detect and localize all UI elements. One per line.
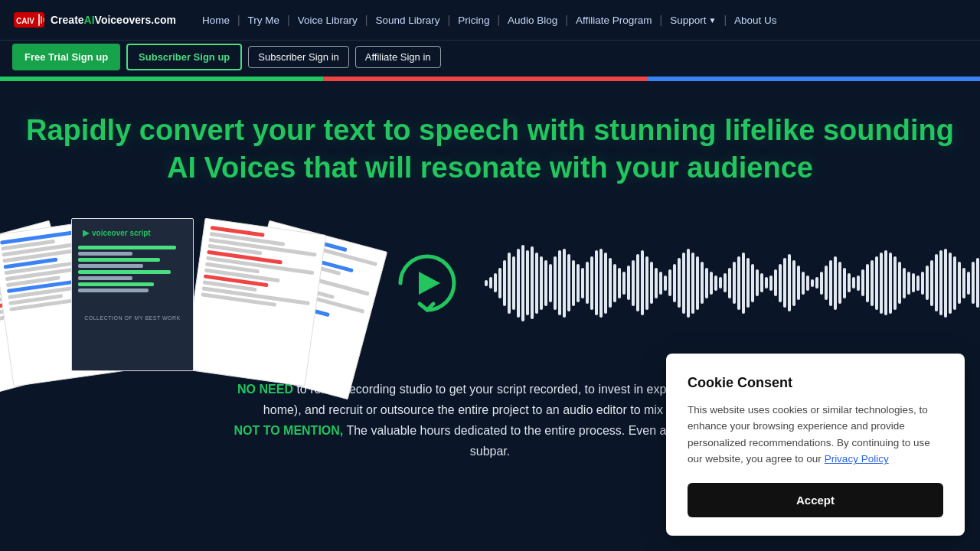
waveform-bar (714, 276, 717, 291)
main-nav: Home | Try Me | Voice Library | Sound Li… (196, 11, 968, 29)
accept-cookie-button[interactable]: Accept (688, 483, 943, 517)
waveform-bar (962, 268, 965, 298)
waveform-bar (815, 277, 818, 289)
waveform-bar (848, 273, 851, 292)
subscriber-signin-button[interactable]: Subscriber Sign in (248, 46, 349, 68)
waveform-bar (517, 249, 520, 318)
waveform-bar (645, 256, 648, 310)
waveform-bar (609, 258, 612, 308)
waveform-bar (769, 276, 773, 291)
waveform-bar (829, 260, 832, 306)
waveform-bar (498, 268, 501, 298)
nav-audio-blog[interactable]: Audio Blog (501, 11, 564, 29)
cookie-body: This website uses cookies or similar tec… (688, 402, 943, 468)
waveform-bar (871, 260, 874, 306)
auth-button-row: Free Trial Sign up Subscriber Sign up Su… (0, 41, 980, 77)
waveform-illustration (485, 237, 980, 329)
svg-text:CAIV: CAIV (16, 17, 34, 25)
waveform-bar (595, 250, 598, 315)
waveform-bar (655, 268, 658, 298)
waveform-bar (719, 277, 722, 289)
waveform-bar (972, 262, 975, 304)
waveform-bar (554, 256, 557, 310)
waveform-bar (774, 269, 777, 296)
svg-marker-5 (419, 272, 440, 295)
waveform-bar (949, 253, 952, 314)
waveform-bar (503, 260, 506, 306)
waveform-bar (604, 253, 607, 314)
waveform-bar (733, 262, 736, 304)
waveform-bar (806, 276, 809, 291)
nav-sound-library[interactable]: Sound Library (369, 11, 446, 29)
waveform-bar (627, 266, 630, 300)
waveform-bar (792, 260, 795, 306)
script-page-3-voiceover: ▶ voiceover script COLLECTION OF MY BEST… (71, 218, 194, 371)
waveform-bar (673, 264, 676, 302)
nav-pricing[interactable]: Pricing (452, 11, 495, 29)
nav-about-us[interactable]: About Us (728, 11, 783, 29)
free-trial-signup-button[interactable]: Free Trial Sign up (12, 44, 120, 70)
nav-home[interactable]: Home (196, 11, 236, 29)
waveform-bar (944, 249, 947, 318)
not-mention-text: NOT TO MENTION, (234, 424, 343, 437)
waveform-bar (549, 264, 552, 302)
waveform-bar (797, 266, 800, 300)
waveform-bar (613, 264, 616, 302)
waveform-bar (898, 262, 901, 304)
waveform-bar (508, 253, 511, 314)
waveform-bar (976, 258, 979, 308)
waveform-bar (599, 249, 603, 318)
nav-affiliate-program[interactable]: Affiliate Program (570, 11, 658, 29)
waveform-bar (526, 250, 529, 315)
waveform-bar (687, 249, 690, 318)
nav-try-me[interactable]: Try Me (242, 11, 286, 29)
waveform-bar (664, 276, 667, 291)
waveform-bar (866, 264, 869, 302)
subscriber-signup-button[interactable]: Subscriber Sign up (126, 44, 242, 70)
waveform-bar (912, 273, 915, 292)
svg-rect-4 (43, 18, 44, 22)
waveform-bar (485, 280, 488, 286)
affiliate-signin-button[interactable]: Affiliate Sign in (355, 46, 441, 68)
waveform-bar (930, 260, 933, 306)
waveform-bar (880, 253, 883, 314)
waveform-bar (512, 256, 515, 310)
logo-text: CreateAIVoiceovers.com (51, 14, 176, 26)
waveform-bar (558, 250, 561, 315)
waveform-bar (659, 272, 662, 295)
waveform-bar (921, 272, 924, 295)
waveform-bar (935, 254, 938, 311)
waveform-bar (724, 273, 727, 292)
waveform-bar (875, 256, 878, 310)
waveform-bar (540, 256, 543, 310)
nav-support[interactable]: Support ▼ (664, 11, 722, 29)
waveform-bar (958, 262, 961, 304)
waveform-bar (696, 256, 699, 310)
waveform-bar (903, 268, 906, 298)
waveform-bar (710, 272, 713, 295)
waveform-bar (742, 253, 745, 314)
waveform-bar (884, 250, 887, 315)
waveform-bar (701, 262, 704, 304)
logo-icon: CAIV (12, 6, 46, 34)
waveform-bar (521, 245, 524, 321)
waveform-bar (779, 264, 782, 302)
waveform-bar (953, 256, 956, 310)
waveform-bar (838, 262, 841, 304)
waveform-bar (581, 268, 584, 298)
waveform-bar (577, 264, 580, 302)
nav-voice-library[interactable]: Voice Library (292, 11, 364, 29)
svg-rect-2 (38, 14, 40, 26)
waveform-bar (544, 260, 547, 306)
privacy-policy-link[interactable]: Privacy Policy (825, 453, 889, 465)
waveform-bar (811, 279, 814, 287)
no-need-text: NO NEED (237, 383, 293, 396)
hero-visuals: ▶ voiceover script COLLECTION OF MY BEST… (15, 218, 965, 348)
waveform-bar (939, 250, 942, 315)
play-circle-icon[interactable] (385, 241, 469, 325)
waveform-bar (907, 272, 910, 295)
waveform-bar (567, 254, 570, 311)
waveform-bar (783, 258, 786, 308)
waveform-bar (494, 273, 497, 292)
header: CAIV CreateAIVoiceovers.com Home | Try M… (0, 0, 980, 41)
